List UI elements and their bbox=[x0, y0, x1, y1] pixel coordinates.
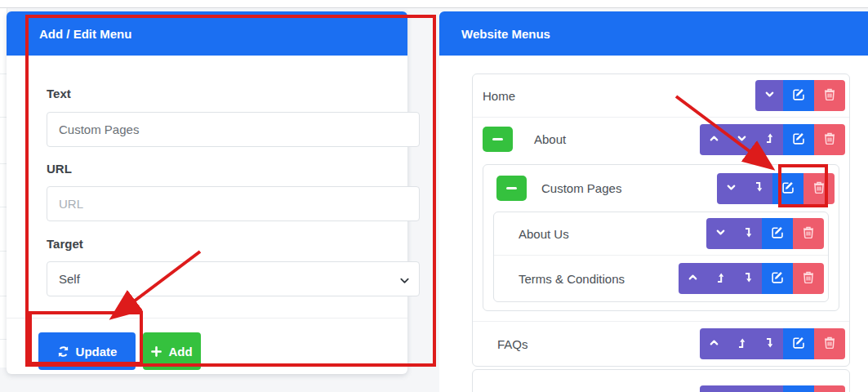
move-up-button[interactable] bbox=[700, 385, 728, 392]
level-up-button[interactable] bbox=[728, 328, 755, 359]
move-down-button[interactable] bbox=[717, 173, 745, 204]
edit-button[interactable] bbox=[783, 385, 814, 392]
menu-row-home: Home bbox=[473, 74, 849, 118]
level-up-icon bbox=[714, 272, 726, 286]
level-down-button[interactable] bbox=[755, 385, 783, 392]
row-actions bbox=[706, 218, 824, 249]
add-button-label: Add bbox=[168, 345, 192, 359]
row-actions bbox=[700, 124, 845, 155]
chevron-down-icon bbox=[715, 227, 726, 240]
menu-item-label: FAQs bbox=[497, 337, 528, 351]
edit-icon bbox=[793, 132, 805, 147]
panel-title: Add / Edit Menu bbox=[39, 27, 131, 41]
edit-button[interactable] bbox=[762, 263, 793, 294]
website-menus-header: Website Menus bbox=[439, 11, 868, 56]
plus-icon bbox=[151, 346, 162, 357]
menu-row-about-us: About Us bbox=[494, 212, 828, 256]
level-down-button[interactable] bbox=[734, 218, 762, 249]
level-down-button[interactable] bbox=[734, 263, 762, 294]
edit-icon bbox=[782, 181, 795, 196]
update-button-label: Update bbox=[76, 345, 118, 359]
menu-list-group: Services bbox=[472, 369, 850, 392]
add-button[interactable]: Add bbox=[143, 332, 201, 370]
collapse-button[interactable] bbox=[496, 176, 527, 201]
move-down-button[interactable] bbox=[755, 80, 783, 111]
move-up-button[interactable] bbox=[700, 328, 728, 359]
text-field-label: Text bbox=[47, 87, 71, 100]
row-actions bbox=[755, 80, 845, 111]
collapse-button[interactable] bbox=[483, 127, 513, 152]
level-up-icon bbox=[763, 132, 775, 146]
delete-button[interactable] bbox=[814, 328, 845, 359]
edit-icon bbox=[772, 226, 784, 241]
chevron-up-icon bbox=[709, 133, 719, 146]
delete-button[interactable] bbox=[803, 173, 835, 204]
level-down-icon bbox=[763, 337, 775, 351]
submenu-group-custom-pages: About Us Terms & Conditions bbox=[493, 212, 829, 302]
level-up-button[interactable] bbox=[706, 263, 734, 294]
text-input[interactable] bbox=[47, 112, 420, 147]
delete-button[interactable] bbox=[814, 124, 845, 155]
menu-item-label: About Us bbox=[519, 227, 569, 241]
menu-item-label: Home bbox=[483, 89, 515, 103]
trash-icon bbox=[803, 226, 814, 241]
move-down-button[interactable] bbox=[728, 124, 755, 155]
row-actions bbox=[700, 328, 845, 359]
row-actions bbox=[700, 385, 845, 392]
trash-icon bbox=[824, 336, 835, 351]
level-up-button[interactable] bbox=[728, 385, 755, 392]
move-up-button[interactable] bbox=[679, 263, 706, 294]
sync-icon bbox=[57, 345, 69, 358]
level-down-icon bbox=[753, 181, 764, 195]
row-actions bbox=[717, 173, 835, 204]
level-down-icon bbox=[742, 272, 754, 286]
move-up-button[interactable] bbox=[700, 124, 728, 155]
trash-icon bbox=[803, 271, 814, 286]
menu-row-faqs: FAQs bbox=[473, 321, 849, 366]
delete-button[interactable] bbox=[814, 80, 845, 111]
add-edit-menu-panel: Add / Edit Menu Text URL Target Self bbox=[7, 11, 407, 374]
menu-row-services: Services bbox=[473, 370, 849, 392]
update-button[interactable]: Update bbox=[38, 332, 136, 370]
target-select-wrap: Self bbox=[47, 261, 420, 296]
chevron-down-icon bbox=[737, 133, 747, 146]
level-down-icon bbox=[742, 227, 754, 241]
chevron-up-icon bbox=[688, 272, 698, 285]
edit-button[interactable] bbox=[783, 328, 814, 359]
trash-icon bbox=[813, 181, 825, 196]
target-select[interactable]: Self bbox=[47, 261, 420, 296]
chevron-down-icon bbox=[726, 182, 737, 195]
edit-icon bbox=[793, 88, 805, 103]
menu-row-terms-conditions: Terms & Conditions bbox=[494, 256, 828, 301]
menu-row-about: About bbox=[473, 118, 849, 161]
chevron-down-icon bbox=[764, 89, 775, 102]
edit-button[interactable] bbox=[783, 124, 814, 155]
edit-button[interactable] bbox=[783, 80, 814, 111]
menu-item-label: Custom Pages bbox=[541, 181, 621, 195]
level-up-button[interactable] bbox=[755, 124, 783, 155]
menu-manager-page: Add / Edit Menu Text URL Target Self bbox=[0, 0, 868, 392]
level-down-button[interactable] bbox=[755, 328, 783, 359]
chevron-up-icon bbox=[709, 337, 719, 350]
delete-button[interactable] bbox=[814, 385, 845, 392]
target-field-label: Target bbox=[47, 237, 83, 251]
menu-item-label: Terms & Conditions bbox=[519, 272, 625, 286]
menu-item-label: About bbox=[534, 132, 566, 146]
add-edit-menu-header: Add / Edit Menu bbox=[7, 11, 407, 56]
delete-button[interactable] bbox=[793, 263, 824, 294]
page-top-strip bbox=[0, 0, 868, 8]
custom-pages-edit-button[interactable] bbox=[772, 173, 803, 204]
edit-icon bbox=[793, 336, 805, 351]
edit-button[interactable] bbox=[762, 218, 793, 249]
menu-row-custom-pages: Custom Pages bbox=[483, 165, 839, 212]
trash-icon bbox=[824, 88, 835, 103]
minus-icon bbox=[506, 187, 517, 189]
level-down-button[interactable] bbox=[745, 173, 772, 204]
url-field-label: URL bbox=[47, 162, 72, 176]
website-menus-panel: Website Menus Home About bbox=[439, 11, 868, 392]
delete-button[interactable] bbox=[793, 218, 824, 249]
url-input[interactable] bbox=[47, 186, 420, 221]
move-down-button[interactable] bbox=[706, 218, 734, 249]
trash-icon bbox=[824, 132, 835, 147]
row-actions bbox=[679, 263, 824, 294]
